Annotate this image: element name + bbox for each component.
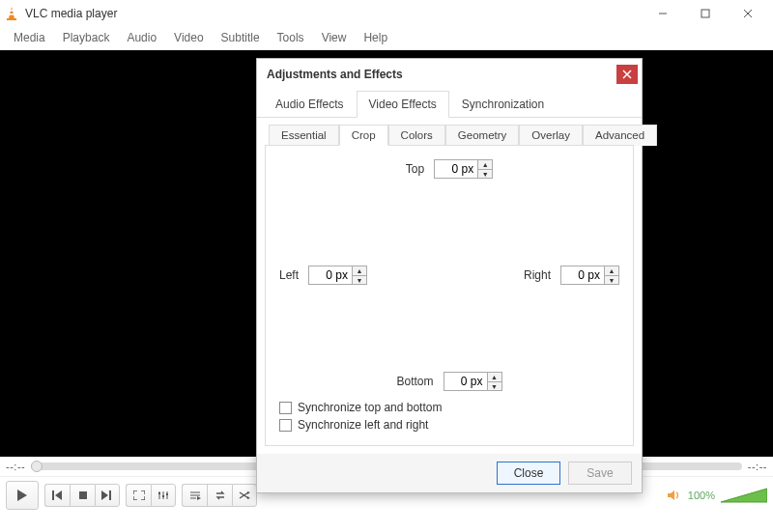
svg-rect-13: [109, 490, 111, 500]
volume-percent: 100%: [688, 490, 715, 501]
minimize-button[interactable]: [642, 0, 684, 27]
next-button[interactable]: [95, 484, 120, 507]
menu-subtitle[interactable]: Subtitle: [214, 29, 268, 46]
playlist-button[interactable]: [182, 484, 207, 507]
menu-playback[interactable]: Playback: [55, 29, 118, 46]
fullscreen-icon: [133, 490, 145, 500]
menubar: Media Playback Audio Video Subtitle Tool…: [0, 27, 773, 50]
vlc-cone-icon: [4, 6, 19, 21]
step-up-icon[interactable]: ▲: [478, 160, 492, 169]
save-button[interactable]: Save: [568, 462, 632, 485]
playlist-group: [182, 484, 257, 507]
svg-marker-24: [247, 491, 250, 494]
close-icon: [622, 70, 632, 79]
menu-media[interactable]: Media: [6, 29, 53, 46]
playlist-icon: [189, 490, 201, 500]
svg-rect-19: [166, 493, 168, 495]
sync-top-bottom-checkbox[interactable]: [279, 402, 292, 414]
step-up-icon[interactable]: ▲: [353, 266, 366, 275]
menu-audio[interactable]: Audio: [119, 29, 164, 46]
tabs-main: Audio Effects Video Effects Synchronizat…: [257, 90, 642, 118]
step-up-icon[interactable]: ▲: [488, 373, 501, 381]
play-button[interactable]: [6, 481, 39, 510]
window-controls: [642, 0, 769, 27]
subtab-essential[interactable]: Essential: [269, 125, 339, 146]
crop-bottom-input[interactable]: [444, 373, 487, 390]
crop-bottom-spinbox[interactable]: ▲▼: [444, 372, 502, 391]
step-down-icon[interactable]: ▼: [478, 169, 492, 178]
crop-top-label: Top: [406, 162, 424, 176]
step-down-icon[interactable]: ▼: [353, 275, 366, 284]
view-group: [126, 484, 176, 507]
crop-top-input[interactable]: [435, 160, 477, 178]
volume-slider[interactable]: [721, 487, 767, 504]
crop-right-input[interactable]: [561, 266, 604, 284]
window-title: VLC media player: [25, 7, 642, 20]
subtab-advanced[interactable]: Advanced: [583, 125, 657, 146]
menu-video[interactable]: Video: [166, 29, 211, 46]
skip-group: [44, 484, 120, 507]
previous-button[interactable]: [44, 484, 70, 507]
dialog-close-button[interactable]: [616, 65, 638, 84]
menu-view[interactable]: View: [314, 29, 355, 46]
svg-rect-11: [79, 491, 87, 499]
speaker-icon[interactable]: [667, 489, 682, 502]
tab-synchronization[interactable]: Synchronization: [449, 91, 557, 118]
svg-marker-10: [55, 490, 62, 500]
crop-left-label: Left: [279, 268, 299, 282]
step-down-icon[interactable]: ▼: [605, 275, 618, 284]
shuffle-button[interactable]: [232, 484, 257, 507]
play-icon: [15, 489, 29, 502]
svg-rect-5: [701, 10, 709, 17]
svg-marker-8: [17, 490, 27, 501]
svg-marker-0: [9, 7, 14, 18]
crop-right-label: Right: [524, 268, 551, 282]
svg-rect-17: [158, 492, 160, 494]
seek-knob[interactable]: [31, 461, 43, 472]
svg-marker-27: [721, 489, 767, 502]
tabs-sub: Essential Crop Colors Geometry Overlay A…: [257, 118, 642, 145]
dialog-title: Adjustments and Effects: [267, 68, 616, 81]
extended-settings-button[interactable]: [151, 484, 176, 507]
loop-icon: [215, 490, 226, 500]
maximize-button[interactable]: [684, 0, 727, 27]
svg-rect-3: [9, 14, 14, 15]
subtab-overlay[interactable]: Overlay: [519, 125, 583, 146]
subtab-colors[interactable]: Colors: [388, 125, 445, 146]
close-button[interactable]: Close: [497, 462, 560, 485]
tab-audio-effects[interactable]: Audio Effects: [263, 91, 357, 118]
crop-panel: Top ▲▼ Left ▲▼ Right ▲▼: [265, 145, 634, 446]
crop-left-input[interactable]: [309, 266, 352, 284]
crop-bottom-label: Bottom: [396, 375, 433, 388]
dialog-titlebar: Adjustments and Effects: [257, 59, 642, 90]
subtab-geometry[interactable]: Geometry: [445, 125, 520, 146]
close-window-button[interactable]: [727, 0, 769, 27]
loop-button[interactable]: [207, 484, 232, 507]
step-up-icon[interactable]: ▲: [605, 266, 618, 275]
stop-button[interactable]: [70, 484, 95, 507]
time-elapsed: --:--: [6, 461, 25, 472]
subtab-crop[interactable]: Crop: [339, 125, 388, 146]
shuffle-icon: [239, 490, 250, 500]
volume-control: 100%: [667, 487, 767, 504]
svg-rect-18: [162, 495, 164, 497]
svg-marker-26: [668, 490, 674, 500]
next-icon: [101, 490, 113, 500]
svg-marker-23: [197, 496, 201, 500]
svg-rect-9: [52, 490, 54, 500]
fullscreen-button[interactable]: [126, 484, 151, 507]
stop-icon: [78, 490, 88, 500]
crop-right-spinbox[interactable]: ▲▼: [560, 266, 619, 285]
tab-video-effects[interactable]: Video Effects: [357, 91, 449, 118]
svg-rect-2: [10, 10, 14, 12]
adjustments-effects-dialog: Adjustments and Effects Audio Effects Vi…: [256, 58, 643, 493]
step-down-icon[interactable]: ▼: [488, 381, 501, 390]
crop-left-spinbox[interactable]: ▲▼: [308, 266, 367, 285]
titlebar: VLC media player: [0, 0, 773, 27]
time-total: --:--: [748, 461, 767, 472]
dialog-buttons: Close Save: [257, 454, 642, 492]
sync-left-right-checkbox[interactable]: [279, 419, 292, 432]
menu-tools[interactable]: Tools: [270, 29, 312, 46]
crop-top-spinbox[interactable]: ▲▼: [434, 159, 493, 179]
menu-help[interactable]: Help: [356, 29, 395, 46]
